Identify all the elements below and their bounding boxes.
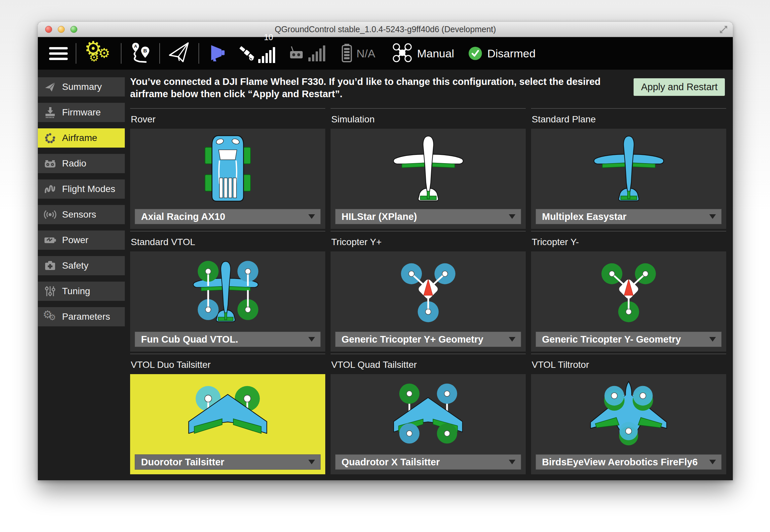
airframe-section-tricopter-y-plus: Tricopter Y+	[330, 231, 526, 352]
setup-sidebar: Summary Firmware Airframe Radio	[38, 70, 125, 480]
sidebar-item-flight-modes[interactable]: Flight Modes	[38, 179, 125, 199]
sidebar-item-airframe[interactable]: Airframe	[38, 128, 125, 148]
sidebar-item-label: Sensors	[62, 209, 96, 220]
section-divider	[531, 354, 726, 354]
sidebar-item-label: Airframe	[62, 133, 97, 143]
dropdown-caret-icon	[308, 460, 315, 464]
airframe-card-vtol-quad-tailsitter[interactable]: Quadrotor X Tailsitter	[330, 374, 526, 474]
rc-rssi-indicator[interactable]	[289, 45, 325, 62]
airframe-card-rover[interactable]: Axial Racing AX10	[130, 129, 325, 229]
toolbar-divider	[76, 43, 76, 64]
sidebar-item-label: Firmware	[62, 107, 101, 118]
close-button[interactable]	[45, 26, 52, 33]
category-label: Standard VTOL	[131, 237, 325, 247]
sidebar-item-label: Summary	[62, 82, 102, 92]
dropdown-caret-icon	[308, 337, 315, 342]
airframe-card-standard-plane[interactable]: Multiplex Easystar	[531, 129, 726, 229]
sidebar-item-label: Parameters	[62, 311, 110, 322]
airframe-select-standard-vtol[interactable]: Fun Cub Quad VTOL.	[135, 332, 320, 347]
airframe-section-standard-vtol: Standard VTOL	[130, 231, 325, 352]
flight-mode-indicator[interactable]: Manual	[393, 43, 455, 64]
airframe-select-simulation[interactable]: HILStar (XPlane)	[335, 209, 521, 224]
category-label: Tricopter Y+	[331, 237, 526, 247]
airframe-select-vtol-tiltrotor[interactable]: BirdsEyeView Aerobotics FireFly6	[536, 454, 722, 470]
rc-signal-bars	[308, 45, 325, 61]
sensors-signal-icon	[43, 208, 57, 221]
audio-megaphone-icon[interactable]	[209, 43, 228, 63]
standard-vtol-art	[130, 251, 325, 332]
plan-route-icon[interactable]: A B	[129, 42, 151, 65]
setup-gears-icon[interactable]: ⚙⚙⚙	[84, 39, 113, 67]
dropdown-caret-icon	[509, 460, 516, 464]
airframe-select-tricopter-y-minus[interactable]: Generic Tricopter Y- Geometry	[536, 332, 722, 347]
sidebar-item-safety[interactable]: Safety	[38, 256, 125, 275]
standard-plane-art	[531, 129, 726, 209]
dropdown-caret-icon	[308, 214, 315, 219]
toolbar-divider	[198, 43, 199, 64]
tricopter-y-minus-art	[531, 251, 726, 332]
apply-and-restart-button[interactable]: Apply and Restart	[634, 78, 725, 96]
airframe-select-standard-plane[interactable]: Multiplex Easystar	[536, 209, 722, 224]
arm-status-indicator[interactable]: Disarmed	[454, 47, 535, 60]
menu-icon[interactable]	[49, 47, 68, 60]
qgroundcontrol-window: QGroundControl stable_1.0.4-5243-g9ff40d…	[38, 22, 733, 480]
sidebar-item-summary[interactable]: Summary	[38, 77, 125, 97]
gps-count-label: 10	[264, 33, 273, 42]
title-bar: QGroundControl stable_1.0.4-5243-g9ff40d…	[38, 22, 733, 37]
window-title: QGroundControl stable_1.0.4-5243-g9ff40d…	[38, 25, 733, 34]
dropdown-caret-icon	[709, 337, 716, 342]
sidebar-item-firmware[interactable]: Firmware	[38, 103, 125, 122]
airframe-select-tricopter-y-plus[interactable]: Generic Tricopter Y+ Geometry	[335, 332, 521, 347]
airframe-card-tricopter-y-plus[interactable]: Generic Tricopter Y+ Geometry	[330, 251, 526, 352]
gps-status-indicator[interactable]: 10	[238, 44, 275, 63]
section-divider	[531, 231, 726, 232]
airframe-select-vtol-quad-tailsitter[interactable]: Quadrotor X Tailsitter	[335, 454, 521, 470]
sidebar-item-power[interactable]: Power	[38, 231, 125, 250]
category-label: VTOL Tiltrotor	[532, 360, 726, 370]
category-label: VTOL Duo Tailsitter	[131, 360, 325, 370]
power-battery-icon	[43, 234, 57, 246]
tuning-sliders-icon	[43, 285, 57, 297]
airframe-card-vtol-tiltrotor[interactable]: BirdsEyeView Aerobotics FireFly6	[531, 374, 726, 474]
setup-view: Summary Firmware Airframe Radio	[38, 70, 733, 480]
toolbar-divider	[121, 43, 121, 64]
section-divider	[531, 108, 726, 109]
airframe-card-simulation[interactable]: HILStar (XPlane)	[330, 129, 526, 229]
zoom-button[interactable]	[70, 26, 77, 33]
fullscreen-icon[interactable]	[719, 25, 728, 35]
category-label: Standard Plane	[532, 114, 726, 125]
category-label: Tricopter Y-	[532, 237, 726, 247]
disarmed-check-icon	[469, 47, 482, 60]
airframe-select-rover[interactable]: Axial Racing AX10	[135, 209, 320, 224]
airframe-card-tricopter-y-minus[interactable]: Generic Tricopter Y- Geometry	[531, 251, 726, 352]
dropdown-caret-icon	[709, 214, 716, 219]
airframe-select-vtol-duo-tailsitter[interactable]: Duorotor Tailsitter	[135, 454, 320, 470]
sidebar-item-parameters[interactable]: ⚙⚙ Parameters	[38, 307, 125, 326]
sidebar-item-label: Tuning	[62, 286, 90, 297]
safety-first-aid-icon	[43, 260, 57, 272]
airframe-section-tricopter-y-minus: Tricopter Y-	[531, 231, 726, 352]
airframe-section-rover: Rover	[130, 108, 325, 229]
sidebar-item-sensors[interactable]: Sensors	[38, 205, 125, 224]
sidebar-item-radio[interactable]: Radio	[38, 154, 125, 173]
pin-a-label: A	[134, 44, 137, 49]
section-divider	[330, 354, 526, 354]
airframe-card-vtol-duo-tailsitter[interactable]: Duorotor Tailsitter	[130, 374, 325, 474]
sidebar-item-tuning[interactable]: Tuning	[38, 282, 125, 301]
battery-indicator[interactable]: N/A	[340, 43, 375, 64]
traffic-lights	[45, 26, 77, 33]
paper-plane-icon	[43, 81, 57, 93]
radio-receiver-icon	[43, 158, 57, 169]
flight-modes-wave-icon	[43, 183, 57, 195]
dropdown-caret-icon	[709, 460, 716, 464]
section-divider	[330, 108, 526, 109]
section-divider	[130, 231, 325, 232]
airframe-card-standard-vtol[interactable]: Fun Cub Quad VTOL.	[130, 251, 325, 352]
airframe-section-vtol-tiltrotor: VTOL Tiltrotor	[531, 354, 726, 474]
section-divider	[330, 231, 526, 232]
section-divider	[130, 108, 325, 109]
minimize-button[interactable]	[58, 26, 65, 33]
airframe-setup-panel: You’ve connected a DJI Flame Wheel F330.…	[125, 70, 733, 480]
fly-paper-plane-icon[interactable]	[168, 42, 190, 65]
gps-signal-bars	[258, 47, 275, 63]
